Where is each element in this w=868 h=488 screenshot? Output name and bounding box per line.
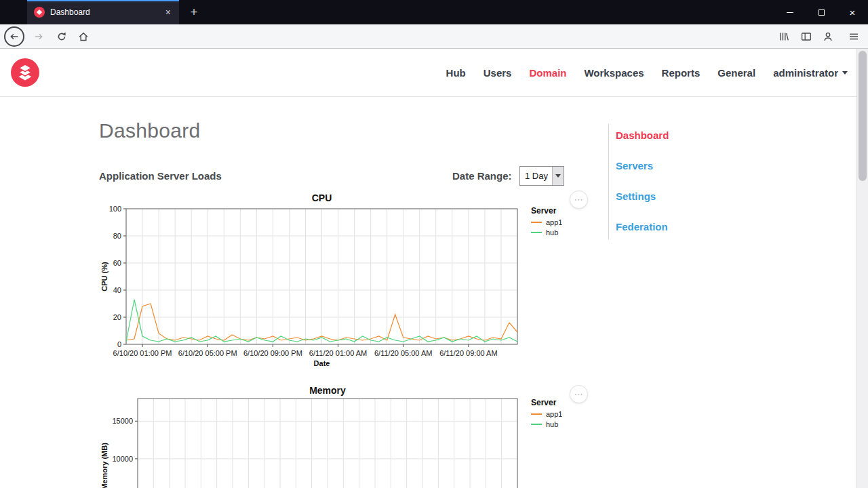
back-button[interactable]	[4, 26, 24, 47]
svg-text:6/11/20 09:00 AM: 6/11/20 09:00 AM	[439, 349, 497, 357]
svg-text:6/11/20 01:00 AM: 6/11/20 01:00 AM	[309, 349, 367, 357]
app1-swatch-icon	[531, 413, 542, 415]
svg-text:100: 100	[109, 205, 121, 213]
svg-text:20: 20	[113, 313, 121, 321]
svg-text:60: 60	[113, 259, 121, 267]
site-nav: Hub Users Domain Workspaces Reports Gene…	[446, 49, 848, 97]
sidebar-item-federation[interactable]: Federation	[616, 221, 730, 232]
close-icon: ×	[850, 7, 856, 18]
date-range-select[interactable]: 1 Day	[519, 166, 564, 186]
account-button[interactable]	[818, 26, 838, 47]
minimize-icon	[787, 12, 793, 13]
memory-chart-legend: Server app1 hub	[531, 398, 592, 430]
nav-item-hub[interactable]: Hub	[446, 67, 466, 79]
home-icon	[78, 31, 89, 42]
nav-item-reports[interactable]: Reports	[662, 67, 701, 79]
nav-item-workspaces[interactable]: Workspaces	[584, 67, 644, 79]
reload-icon	[56, 31, 67, 42]
window-close-button[interactable]: ×	[837, 0, 868, 24]
hub-swatch-icon	[531, 232, 542, 233]
svg-text:6/10/20 09:00 PM: 6/10/20 09:00 PM	[243, 349, 302, 357]
svg-text:10000: 10000	[112, 455, 133, 463]
sidebar-item-servers[interactable]: Servers	[616, 160, 730, 171]
date-range-label: Date Range:	[452, 170, 512, 182]
legend-label-app1: app1	[546, 410, 562, 418]
chevron-down-icon	[555, 174, 561, 178]
svg-text:6/10/20 05:00 PM: 6/10/20 05:00 PM	[178, 349, 237, 357]
account-icon	[823, 31, 833, 42]
library-button[interactable]	[774, 26, 794, 47]
section-title: Application Server Loads	[99, 170, 222, 182]
legend-label-app1: app1	[546, 218, 562, 226]
scrollbar-thumb[interactable]	[859, 51, 867, 181]
window-controls: ×	[774, 0, 868, 24]
legend-label-hub: hub	[546, 228, 558, 237]
svg-text:Date: Date	[314, 359, 330, 367]
svg-text:40: 40	[113, 286, 121, 294]
page-title: Dashboard	[99, 119, 200, 142]
back-icon	[4, 26, 24, 47]
forward-button[interactable]	[28, 26, 49, 47]
hamburger-icon	[848, 31, 859, 42]
window-maximize-button[interactable]	[806, 0, 837, 24]
window-minimize-button[interactable]	[774, 0, 806, 24]
cpu-chart-menu-button[interactable]: ⋯	[570, 190, 588, 209]
svg-text:6/10/20 01:00 PM: 6/10/20 01:00 PM	[113, 349, 172, 357]
memory-chart-menu-button[interactable]: ⋯	[570, 385, 588, 403]
cpu-chart: 0204060801006/10/20 01:00 PM6/10/20 05:0…	[99, 190, 533, 367]
browser-tab-dashboard[interactable]: Dashboard ×	[27, 0, 179, 24]
legend-item-hub: hub	[531, 420, 592, 428]
date-range-value: 1 Day	[520, 171, 552, 181]
memory-chart: 1000015000MemoryMemory (MB)	[99, 384, 533, 488]
turbo-favicon-icon	[34, 7, 45, 18]
legend-item-app1: app1	[531, 218, 592, 226]
new-tab-button[interactable]: +	[184, 3, 203, 22]
user-menu[interactable]: administrator	[773, 67, 848, 79]
svg-text:80: 80	[113, 232, 121, 240]
sidebar-toggle-button[interactable]	[796, 26, 816, 47]
svg-text:Memory (MB): Memory (MB)	[100, 443, 108, 488]
cpu-chart-legend: Server app1 hub	[531, 206, 592, 239]
home-button[interactable]	[73, 26, 94, 47]
turbo-logo[interactable]	[11, 58, 39, 87]
library-icon	[778, 31, 789, 42]
hub-swatch-icon	[531, 424, 542, 425]
legend-label-hub: hub	[546, 420, 558, 428]
forward-icon	[33, 31, 44, 42]
reload-button[interactable]	[52, 26, 72, 47]
tab-title: Dashboard	[50, 7, 163, 17]
select-arrow-button[interactable]	[552, 167, 564, 185]
browser-toolbar: https://test.turbo.net/admin/domain/	[0, 24, 868, 49]
svg-text:CPU: CPU	[312, 192, 332, 203]
legend-item-hub: hub	[531, 228, 592, 237]
admin-side-nav: Dashboard Servers Settings Federation	[608, 124, 730, 239]
site-header: Hub Users Domain Workspaces Reports Gene…	[0, 49, 868, 97]
window-titlebar: Dashboard × + ×	[0, 0, 868, 24]
sidebar-item-dashboard[interactable]: Dashboard	[616, 129, 730, 141]
page-scrollbar[interactable]	[856, 49, 868, 488]
svg-text:0: 0	[117, 340, 121, 348]
user-menu-label: administrator	[773, 67, 838, 79]
svg-text:Memory: Memory	[309, 385, 346, 396]
svg-text:15000: 15000	[112, 417, 133, 425]
legend-item-app1: app1	[531, 410, 592, 418]
nav-item-domain[interactable]: Domain	[529, 67, 566, 79]
app1-swatch-icon	[531, 222, 542, 223]
sidebar-item-settings[interactable]: Settings	[616, 190, 730, 202]
sidebar-icon	[801, 31, 812, 42]
menu-button[interactable]	[844, 26, 864, 47]
nav-item-general[interactable]: General	[717, 67, 755, 79]
active-tab-stripe	[27, 0, 179, 1]
svg-text:CPU (%): CPU (%)	[100, 262, 108, 291]
tab-close-icon[interactable]: ×	[163, 6, 174, 18]
nav-item-users[interactable]: Users	[484, 67, 512, 79]
svg-text:6/11/20 05:00 AM: 6/11/20 05:00 AM	[374, 349, 432, 357]
chevron-down-icon	[842, 71, 848, 75]
maximize-icon	[818, 9, 825, 16]
